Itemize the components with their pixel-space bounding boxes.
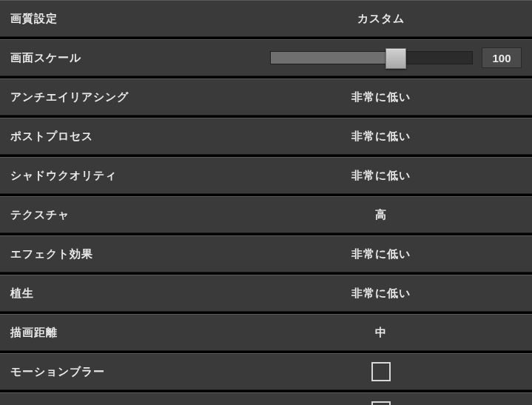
row-post-process[interactable]: ポストプロセス 非常に低い [0, 118, 532, 155]
label-foliage: 植生 [10, 287, 240, 301]
render-scale-slider[interactable] [270, 51, 473, 64]
row-anti-aliasing[interactable]: アンチエイリアシング 非常に低い [0, 78, 532, 116]
graphics-settings-panel: 画質設定 カスタム 画面スケール 100 アンチエイリアシング 非常に低い ポス… [0, 0, 532, 405]
vsync-checkbox-area [240, 401, 522, 405]
vsync-checkbox[interactable] [371, 401, 391, 405]
row-shadow-quality[interactable]: シャドウクオリティ 非常に低い [0, 157, 532, 194]
label-motion-blur: モーションブラー [10, 365, 240, 379]
motion-blur-checkbox[interactable] [371, 362, 391, 381]
row-quality-preset[interactable]: 画質設定 カスタム [0, 0, 532, 37]
label-texture: テクスチャ [10, 208, 240, 222]
label-view-distance: 描画距離 [10, 326, 240, 340]
row-motion-blur[interactable]: モーションブラー [0, 353, 532, 390]
value-shadow-quality: 非常に低い [240, 169, 522, 183]
label-shadow-quality: シャドウクオリティ [10, 169, 240, 183]
render-scale-control: 100 [240, 47, 522, 68]
value-view-distance: 中 [240, 326, 522, 340]
row-effects[interactable]: エフェクト効果 非常に低い [0, 235, 532, 272]
slider-fill [271, 52, 396, 64]
row-render-scale: 画面スケール 100 [0, 39, 532, 76]
motion-blur-checkbox-area [240, 362, 522, 381]
slider-thumb[interactable] [385, 48, 406, 69]
row-foliage[interactable]: 植生 非常に低い [0, 275, 532, 312]
value-foliage: 非常に低い [240, 287, 522, 301]
value-texture: 高 [240, 208, 522, 222]
label-quality-preset: 画質設定 [10, 12, 240, 26]
row-vsync[interactable]: 垂直同期 [0, 392, 532, 405]
label-post-process: ポストプロセス [10, 130, 240, 144]
row-texture[interactable]: テクスチャ 高 [0, 196, 532, 233]
render-scale-value-box[interactable]: 100 [482, 47, 522, 68]
value-post-process: 非常に低い [240, 130, 522, 144]
value-effects: 非常に低い [240, 247, 522, 261]
label-anti-aliasing: アンチエイリアシング [10, 90, 240, 104]
label-render-scale: 画面スケール [10, 51, 240, 65]
value-anti-aliasing: 非常に低い [240, 90, 522, 104]
row-view-distance[interactable]: 描画距離 中 [0, 314, 532, 351]
label-effects: エフェクト効果 [10, 247, 240, 261]
value-quality-preset: カスタム [240, 12, 522, 26]
